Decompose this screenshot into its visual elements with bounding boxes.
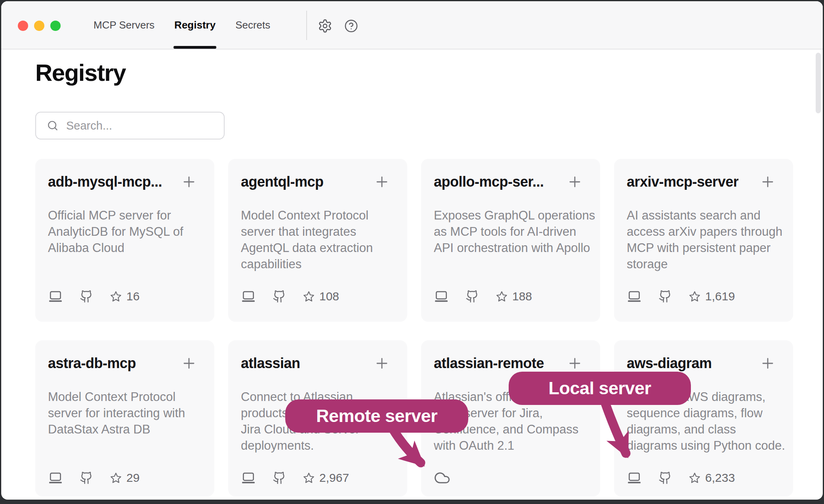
- description-line: AnalyticDB for MySQL of: [48, 223, 202, 240]
- zoom-window-button[interactable]: [50, 21, 61, 31]
- description-line: Official MCP server for: [48, 207, 202, 223]
- add-server-button[interactable]: [375, 356, 389, 372]
- search-input[interactable]: [65, 119, 224, 133]
- star-icon: [110, 472, 122, 484]
- local-server-callout: Local server: [509, 372, 691, 405]
- add-server-button[interactable]: [761, 356, 775, 372]
- star-count-group: 108: [303, 290, 339, 303]
- star-count: 1,619: [705, 290, 735, 303]
- toolbar-divider: [306, 11, 307, 40]
- server-card-astra-db-mcp[interactable]: astra-db-mcp Model Context Protocolserve…: [35, 340, 214, 496]
- description-line: API orchestration with Apollo: [434, 240, 587, 256]
- cloud-icon: [434, 470, 450, 486]
- tab-mcp-servers[interactable]: MCP Servers: [93, 1, 154, 49]
- star-icon: [496, 290, 508, 303]
- description-line: deployments.: [241, 437, 395, 454]
- add-server-button[interactable]: [182, 175, 196, 191]
- laptop-icon: [434, 289, 449, 304]
- server-meta: 2,967: [241, 470, 349, 486]
- description-line: capabilities: [241, 256, 395, 272]
- server-card-adb-mysql-mcp[interactable]: adb-mysql-mcp... Official MCP server for…: [35, 159, 214, 322]
- description-line: as MCP tools for AI-driven: [434, 223, 587, 240]
- description-line: server that integrates: [241, 223, 395, 240]
- star-count-group: 1,619: [689, 290, 735, 303]
- laptop-icon: [627, 289, 642, 304]
- description-line: server for interacting with: [48, 405, 202, 421]
- description-line: sequence diagrams, flow: [627, 405, 780, 421]
- star-icon: [303, 472, 315, 484]
- description-line: Model Context Protocol: [241, 207, 395, 223]
- description-line: Exposes GraphQL operations: [434, 207, 587, 223]
- description-line: with OAuth 2.1: [434, 437, 587, 454]
- tab-registry[interactable]: Registry: [174, 1, 216, 49]
- server-card-agentql-mcp[interactable]: agentql-mcp Model Context Protocolserver…: [228, 159, 407, 322]
- server-name: atlassian-remote: [434, 355, 544, 372]
- search-box: [35, 112, 225, 139]
- description-line: DataStax Astra DB: [48, 421, 202, 437]
- star-icon: [689, 472, 701, 484]
- star-count: 6,233: [705, 471, 735, 485]
- description-line: AgentQL data extraction: [241, 240, 395, 256]
- add-server-button[interactable]: [182, 356, 196, 372]
- laptop-icon: [627, 470, 642, 485]
- server-meta: 29: [48, 470, 139, 486]
- server-card-arxiv-mcp-server[interactable]: arxiv-mcp-server AI assistants search an…: [614, 159, 793, 322]
- server-name: atlassian: [241, 355, 300, 372]
- star-count: 29: [126, 471, 139, 485]
- server-meta: 16: [48, 288, 139, 305]
- laptop-icon: [48, 289, 63, 304]
- page-title: Registry: [35, 59, 126, 86]
- github-icon: [273, 290, 286, 303]
- tab-secrets[interactable]: Secrets: [235, 1, 270, 49]
- server-meta: 6,233: [627, 470, 735, 486]
- help-circle-icon[interactable]: [344, 19, 358, 33]
- star-icon: [110, 290, 122, 303]
- description-line: Alibaba Cloud: [48, 240, 202, 256]
- remote-server-callout: Remote server: [285, 399, 468, 433]
- close-window-button[interactable]: [18, 21, 28, 31]
- server-description: AI assistants search andaccess arXiv pap…: [627, 207, 780, 272]
- add-server-button[interactable]: [568, 356, 582, 372]
- toolbar-tabs: MCP Servers Registry Secrets: [93, 1, 270, 49]
- laptop-icon: [241, 470, 256, 485]
- add-server-button[interactable]: [375, 175, 389, 191]
- github-icon: [658, 290, 672, 303]
- server-meta: 188: [434, 288, 532, 305]
- minimize-window-button[interactable]: [34, 21, 44, 31]
- star-count-group: 2,967: [303, 471, 349, 485]
- scrollbar-thumb[interactable]: [816, 53, 821, 113]
- server-name: adb-mysql-mcp...: [48, 173, 162, 191]
- settings-gear-icon[interactable]: [318, 19, 332, 33]
- star-count: 108: [319, 290, 339, 303]
- description-line: MCP with persistent paper: [627, 240, 780, 256]
- star-count-group: 16: [110, 290, 139, 303]
- traffic-lights: [18, 21, 61, 31]
- star-count: 188: [512, 290, 532, 303]
- add-server-button[interactable]: [761, 175, 775, 191]
- laptop-icon: [241, 289, 256, 304]
- server-meta: 108: [241, 288, 339, 305]
- server-name: apollo-mcp-ser...: [434, 173, 544, 191]
- toolbar: MCP Servers Registry Secrets: [1, 1, 823, 50]
- description-line: Model Context Protocol: [48, 389, 202, 405]
- server-card-apollo-mcp-ser[interactable]: apollo-mcp-ser... Exposes GraphQL operat…: [421, 159, 600, 322]
- github-icon: [273, 471, 286, 485]
- search-icon: [46, 119, 59, 132]
- server-card-grid: adb-mysql-mcp... Official MCP server for…: [35, 159, 793, 500]
- star-icon: [303, 290, 315, 303]
- server-card-aws-diagram[interactable]: aws-diagram Generate AWS diagrams,sequen…: [614, 340, 793, 496]
- description-line: diagrams using Python code.: [627, 437, 780, 454]
- github-icon: [658, 471, 672, 485]
- server-meta: 1,619: [627, 288, 735, 305]
- github-icon: [465, 290, 479, 303]
- laptop-icon: [48, 470, 63, 485]
- github-icon: [80, 471, 93, 485]
- description-line: diagrams, and class: [627, 421, 780, 437]
- server-description: Model Context Protocolserver for interac…: [48, 389, 202, 437]
- star-icon: [689, 290, 701, 303]
- star-count-group: 188: [496, 290, 532, 303]
- server-description: Official MCP server forAnalyticDB for My…: [48, 207, 202, 256]
- add-server-button[interactable]: [568, 175, 582, 191]
- server-description: Exposes GraphQL operationsas MCP tools f…: [434, 207, 587, 256]
- star-count-group: 6,233: [689, 471, 735, 485]
